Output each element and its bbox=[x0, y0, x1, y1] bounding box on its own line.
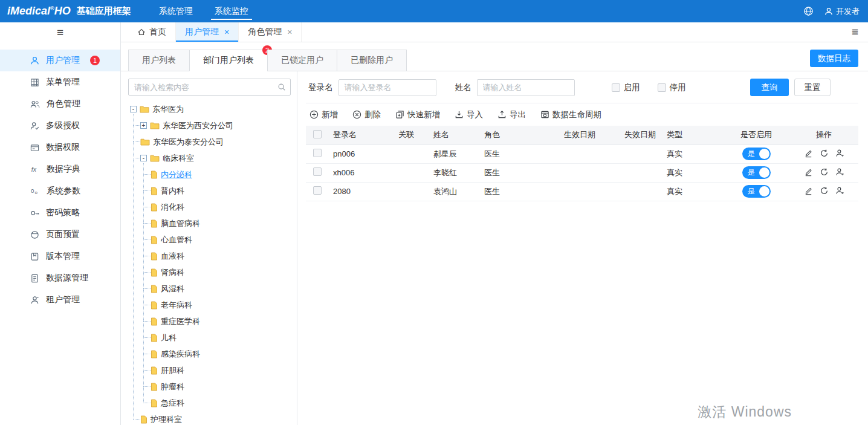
sidebar-item[interactable]: fx 数据字典 bbox=[0, 158, 120, 180]
file-icon bbox=[151, 350, 158, 358]
query-button[interactable]: 查询 bbox=[750, 79, 789, 96]
tree-node[interactable]: 感染疾病科 bbox=[151, 346, 291, 362]
toolbar-button[interactable]: 快速新增 bbox=[395, 109, 440, 120]
edit-icon[interactable] bbox=[804, 186, 813, 195]
row-checkbox[interactable] bbox=[313, 186, 322, 195]
refresh-icon[interactable] bbox=[820, 149, 829, 158]
enable-toggle[interactable]: 是 bbox=[742, 148, 771, 160]
user-key-icon[interactable] bbox=[835, 149, 844, 158]
tree-node[interactable]: 肝胆科 bbox=[151, 362, 291, 378]
page-tab[interactable]: 用户管理 × bbox=[176, 22, 239, 42]
enabled-filter[interactable]: 启用 bbox=[612, 82, 640, 93]
sidebar-item[interactable]: 用户管理 1 bbox=[0, 50, 120, 71]
file-icon bbox=[151, 334, 158, 342]
expand-toggle-icon[interactable]: + bbox=[140, 122, 147, 129]
tree-node[interactable]: 护理科室 bbox=[140, 411, 291, 425]
subtab[interactable]: 已删除用户 bbox=[337, 50, 407, 71]
page-tab[interactable]: 角色管理 × bbox=[239, 22, 302, 42]
tree-node[interactable]: 儿科 bbox=[151, 329, 291, 346]
sidebar-item[interactable]: 数据源管理 bbox=[0, 267, 120, 289]
user-key-icon[interactable] bbox=[835, 167, 844, 177]
enabled-checkbox-label: 启用 bbox=[624, 82, 640, 93]
sidebar-item[interactable]: 0o 系统参数 bbox=[0, 180, 120, 202]
sidebar-item[interactable]: 菜单管理 bbox=[0, 71, 120, 93]
edit-icon[interactable] bbox=[804, 167, 813, 177]
tree-node[interactable]: 消化科 bbox=[151, 199, 291, 215]
tree-node[interactable]: 血液科 bbox=[151, 248, 291, 264]
tree-search-input[interactable] bbox=[128, 79, 291, 96]
name-input[interactable] bbox=[477, 79, 575, 96]
refresh-icon[interactable] bbox=[820, 186, 829, 195]
file-icon bbox=[151, 366, 158, 375]
sidebar-item[interactable]: 页面预置 bbox=[0, 224, 120, 245]
search-icon[interactable] bbox=[277, 83, 286, 91]
edit-icon[interactable] bbox=[804, 149, 813, 158]
close-icon[interactable]: × bbox=[224, 28, 229, 36]
sidebar-collapse-button[interactable]: ≡ bbox=[0, 22, 120, 42]
tree-node[interactable]: -临床科室 bbox=[140, 150, 291, 166]
collapse-toggle-icon[interactable]: - bbox=[140, 155, 147, 161]
menu-grid-icon bbox=[30, 78, 39, 87]
sidebar-item[interactable]: 密码策略 bbox=[0, 202, 120, 224]
reset-button[interactable]: 重置 bbox=[794, 79, 831, 96]
sidebar-menu: 用户管理 1 菜单管理 角色管理 多级授权 数据权限 fx 数据字典 0o 系统… bbox=[0, 42, 120, 311]
refresh-icon[interactable] bbox=[820, 167, 829, 177]
tree-node[interactable]: +东华医为西安分公司 bbox=[140, 117, 291, 134]
disabled-checkbox[interactable] bbox=[658, 83, 666, 92]
disabled-filter[interactable]: 停用 bbox=[658, 82, 686, 93]
toolbar-button[interactable]: 导出 bbox=[497, 109, 526, 120]
hamburger-icon: ≡ bbox=[57, 26, 63, 39]
login-name-input[interactable] bbox=[338, 79, 436, 96]
toolbar-button[interactable]: 导入 bbox=[455, 109, 483, 120]
system-param-icon: 0o bbox=[30, 187, 40, 196]
sidebar-item-label: 数据权限 bbox=[46, 142, 80, 153]
data-log-button[interactable]: 数据日志 bbox=[810, 50, 858, 67]
sidebar-item[interactable]: 角色管理 bbox=[0, 93, 120, 115]
top-menu-item[interactable]: 系统监控 bbox=[204, 0, 259, 22]
sidebar-item[interactable]: 多级授权 bbox=[0, 115, 120, 137]
collapse-toggle-icon[interactable]: - bbox=[130, 106, 137, 112]
tab-options-button[interactable]: ≡ bbox=[842, 22, 868, 42]
subtab[interactable]: 已锁定用户 bbox=[267, 50, 337, 71]
tree-node-label: 肿瘤科 bbox=[161, 381, 184, 392]
top-menu-item[interactable]: 系统管理 bbox=[148, 0, 204, 22]
row-checkbox[interactable] bbox=[313, 167, 322, 176]
toolbar-button[interactable]: 数据生命周期 bbox=[540, 109, 601, 120]
tree-node[interactable]: 脑血管病科 bbox=[151, 215, 291, 232]
select-all-checkbox[interactable] bbox=[313, 130, 322, 138]
checkbox-cell bbox=[306, 163, 329, 182]
page-tab[interactable]: 首页 bbox=[128, 22, 176, 42]
user-key-icon[interactable] bbox=[835, 186, 844, 195]
enable-toggle[interactable]: 是 bbox=[742, 185, 771, 198]
close-icon[interactable]: × bbox=[287, 28, 292, 36]
tree-node[interactable]: -东华医为 bbox=[130, 101, 291, 117]
tree-node[interactable]: 肿瘤科 bbox=[151, 378, 291, 395]
tree-node[interactable]: 肾病科 bbox=[151, 264, 291, 281]
expiry-date-cell bbox=[620, 182, 662, 201]
tree-node[interactable]: 东华医为泰安分公司 bbox=[140, 134, 291, 150]
tree-node[interactable]: 内分泌科 bbox=[151, 166, 291, 183]
row-checkbox[interactable] bbox=[313, 149, 322, 157]
enable-toggle[interactable]: 是 bbox=[742, 166, 771, 179]
subtab[interactable]: 部门用户列表 2 bbox=[189, 50, 268, 71]
tree-node[interactable]: 普内科 bbox=[151, 183, 291, 199]
checkbox-cell bbox=[306, 144, 329, 163]
toolbar-button[interactable]: 删除 bbox=[352, 109, 381, 120]
sidebar-item[interactable]: 数据权限 bbox=[0, 137, 120, 158]
enabled-checkbox[interactable] bbox=[612, 83, 620, 92]
globe-icon[interactable] bbox=[803, 6, 814, 16]
topbar: iMedical®HO 基础应用框架 系统管理系统监控 开发者 bbox=[0, 0, 868, 22]
tree-node[interactable]: 急症科 bbox=[151, 395, 291, 411]
tree-node[interactable]: 重症医学科 bbox=[151, 313, 291, 329]
app-title: 基础应用框架 bbox=[77, 5, 131, 17]
tree-node[interactable]: 风湿科 bbox=[151, 281, 291, 297]
sidebar-item[interactable]: 租户管理 bbox=[0, 289, 120, 311]
tree-node[interactable]: 心血管科 bbox=[151, 232, 291, 248]
sidebar-item[interactable]: 版本管理 bbox=[0, 245, 120, 267]
subtab[interactable]: 用户列表 bbox=[128, 50, 190, 71]
sidebar-item-label: 版本管理 bbox=[46, 251, 80, 262]
current-user[interactable]: 开发者 bbox=[824, 6, 860, 17]
tree-node[interactable]: 老年病科 bbox=[151, 297, 291, 313]
subtab-label: 已删除用户 bbox=[351, 55, 393, 66]
toolbar-button[interactable]: 新增 bbox=[309, 109, 338, 120]
